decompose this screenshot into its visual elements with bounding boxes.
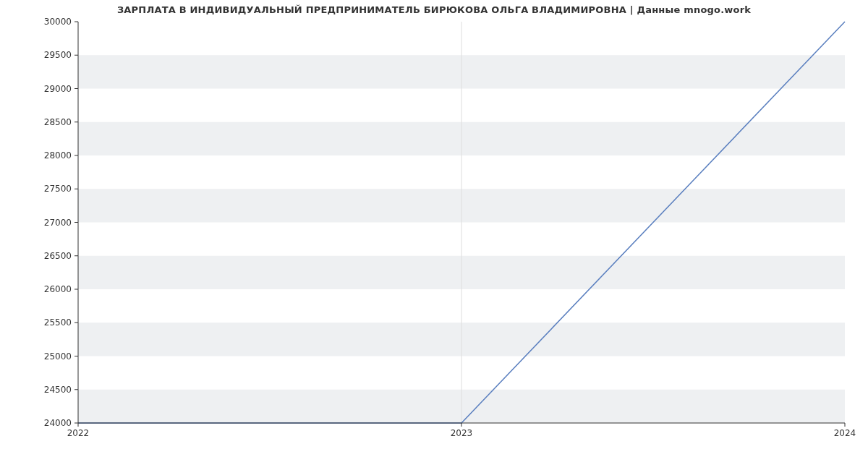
y-tick-label: 28000 [44, 150, 72, 161]
y-tick-label: 25500 [44, 317, 72, 328]
x-tick-label: 2023 [451, 428, 473, 438]
y-tick-label: 26500 [44, 251, 72, 261]
y-tick-label: 29000 [44, 84, 72, 94]
chart-svg: 2400024500250002550026000265002700027500… [0, 0, 868, 470]
y-tick-label: 29500 [44, 50, 72, 60]
x-tick-label: 2022 [67, 428, 90, 438]
y-tick-label: 24000 [44, 418, 72, 428]
y-tick-label: 30000 [44, 17, 72, 27]
chart-container: ЗАРПЛАТА В ИНДИВИДУАЛЬНЫЙ ПРЕДПРИНИМАТЕЛ… [0, 0, 868, 470]
y-tick-label: 25000 [44, 351, 72, 362]
y-tick-label: 26000 [44, 284, 72, 294]
y-tick-label: 28500 [44, 117, 72, 127]
y-tick-label: 24500 [44, 385, 72, 395]
y-tick-label: 27500 [44, 184, 72, 194]
y-tick-label: 27000 [44, 218, 72, 228]
x-tick-label: 2024 [834, 428, 856, 438]
